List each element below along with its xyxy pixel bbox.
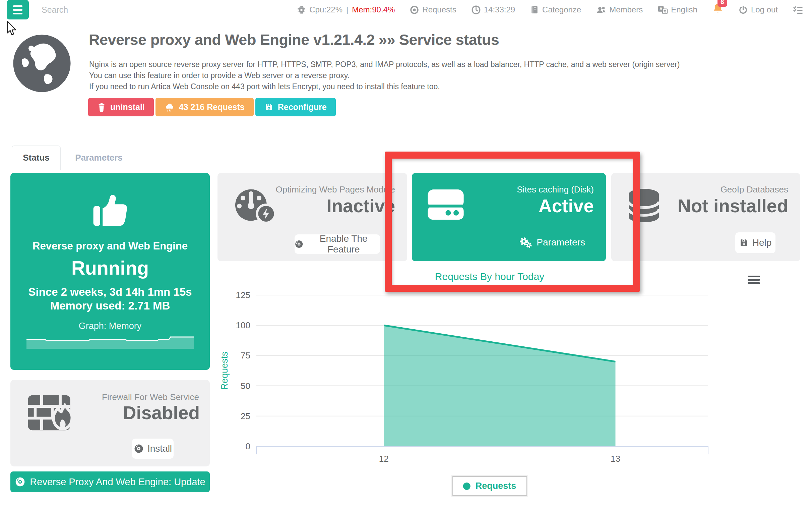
users-icon: [596, 5, 606, 15]
svg-text:50: 50: [241, 381, 250, 391]
enable-feature-button[interactable]: Enable The Feature: [295, 234, 380, 254]
firewall-icon: [24, 393, 78, 433]
cpu-label: Cpu:22%: [309, 5, 342, 14]
disc-icon: [134, 444, 144, 454]
svg-text:125: 125: [236, 290, 250, 300]
power-icon: [738, 5, 748, 15]
globe-icon: [11, 32, 73, 95]
search-input[interactable]: [42, 3, 182, 16]
legend-marker: [463, 483, 471, 490]
svg-text:13: 13: [611, 454, 620, 464]
topbar-clock: 14:33:29: [471, 5, 515, 15]
save-icon: [264, 103, 273, 112]
service-memory: Memory used: 2.71 MB: [10, 299, 210, 312]
tab-divider: [10, 170, 802, 170]
topbar-categorize[interactable]: Categorize: [530, 5, 581, 14]
svg-text:Requests: Requests: [220, 351, 230, 390]
requests-chart-panel: Requests By hour Today 02550751001251213…: [217, 265, 762, 507]
service-name: Reverse proxy and Web Engine: [10, 240, 210, 252]
requests-count-button[interactable]: 43 216 Requests: [155, 98, 254, 116]
firewall-status: Disabled: [123, 402, 200, 424]
svg-text:100: 100: [236, 320, 250, 330]
clock-icon: [471, 5, 481, 15]
refresh-icon: [87, 370, 97, 380]
topbar-right: Cpu:22%|Mem:90.4% Requests 14:33:29: [297, 0, 803, 19]
card-status: Inactive: [326, 195, 395, 217]
restart-button[interactable]: Restart: [87, 369, 133, 380]
cpu-icon: [297, 5, 306, 15]
sidebar-toggle-button[interactable]: [7, 0, 29, 19]
svg-text:0: 0: [246, 441, 250, 451]
page-description: Nginx is an open source reverse proxy se…: [89, 59, 680, 92]
topbar-language[interactable]: A English: [658, 5, 697, 15]
disc-icon: [295, 239, 303, 249]
translate-icon: A: [658, 5, 668, 15]
gauge-icon: [232, 186, 282, 226]
book-icon: [530, 5, 539, 14]
card-status: Active: [539, 195, 594, 217]
harddrive-icon: [426, 186, 465, 222]
reconfigure-button[interactable]: Reconfigure: [255, 98, 336, 116]
tab-parameters[interactable]: Parameters: [69, 146, 129, 170]
legend-label: Requests: [476, 481, 516, 491]
svg-text:75: 75: [241, 350, 250, 360]
topbar-requests[interactable]: Requests: [410, 5, 456, 15]
thumbs-up-icon: [90, 190, 130, 229]
chart-menu-icon[interactable]: [748, 276, 760, 284]
update-button[interactable]: Reverse Proxy And Web Engine: Update: [10, 471, 210, 492]
description-line-2: You can use this feature in order to pro…: [89, 70, 680, 81]
system-stats: Cpu:22%|Mem:90.4%: [297, 5, 395, 15]
database-icon: [625, 186, 662, 225]
service-status: Running: [10, 257, 210, 279]
description-line-1: Nginx is an open source reverse proxy se…: [89, 59, 680, 70]
topbar-members[interactable]: Members: [596, 5, 643, 15]
mem-label: Mem:90.4%: [352, 5, 395, 14]
stats-separator: |: [346, 5, 348, 14]
card-sites-caching: Sites caching (Disk) Active Parameters: [412, 173, 606, 261]
topbar-tasks[interactable]: [793, 5, 803, 15]
help-button[interactable]: Help: [735, 232, 775, 253]
header-actions: uninstall 43 216 Requests Reconfigure: [88, 98, 336, 116]
card-title: Optimizing Web Pages Module: [276, 184, 395, 195]
gears-icon: [519, 237, 533, 248]
firewall-panel: Firewall For Web Service Disabled Instal…: [10, 380, 210, 466]
card-title: Sites caching (Disk): [517, 184, 594, 195]
topbar-logout[interactable]: Log out: [738, 5, 778, 15]
topbar-time: 14:33:29: [484, 5, 515, 14]
tasks-icon: [793, 5, 803, 15]
disc-icon: [15, 476, 25, 487]
firewall-title: Firewall For Web Service: [102, 392, 199, 402]
card-title: GeoIp Databases: [721, 184, 788, 195]
cloud-rain-icon: [165, 102, 175, 112]
svg-text:12: 12: [379, 454, 389, 464]
topbar: Cpu:22%|Mem:90.4% Requests 14:33:29: [0, 0, 812, 19]
graph-label: Graph: Memory: [10, 321, 210, 331]
card-geoip-databases: GeoIp Databases Not installed Help: [611, 173, 800, 261]
tab-status[interactable]: Status: [12, 146, 61, 170]
topbar-notifications[interactable]: 6: [712, 3, 724, 17]
chart-title: Requests By hour Today: [217, 271, 762, 282]
memory-sparkline: [26, 333, 194, 350]
parameters-button[interactable]: Parameters: [519, 237, 585, 248]
service-uptime: Since 2 weeks, 3d 14h 1mn 15s: [10, 286, 210, 298]
requests-area-chart: 02550751001251213Requests: [217, 288, 762, 469]
install-button[interactable]: Install: [132, 439, 174, 459]
card-optimizing-web-pages: Optimizing Web Pages Module Inactive Ena…: [217, 173, 407, 261]
artica-console-page: Cpu:22%|Mem:90.4% Requests 14:33:29: [0, 0, 812, 507]
notification-badge: 6: [717, 0, 727, 7]
chart-legend[interactable]: Requests: [452, 476, 527, 496]
floppy-icon: [739, 238, 749, 247]
bullseye-icon: [410, 5, 419, 15]
uninstall-button[interactable]: uninstall: [88, 98, 154, 116]
service-status-panel: Reverse proxy and Web Engine Running Sin…: [10, 173, 210, 370]
card-status: Not installed: [678, 195, 788, 217]
trash-icon: [97, 103, 106, 112]
description-line-3: If you need to run Artica Web Console on…: [89, 81, 680, 92]
hamburger-icon: [13, 5, 22, 7]
page-title: Reverse proxy and Web Engine v1.21.4.2 »…: [89, 31, 499, 49]
svg-text:25: 25: [241, 411, 250, 421]
